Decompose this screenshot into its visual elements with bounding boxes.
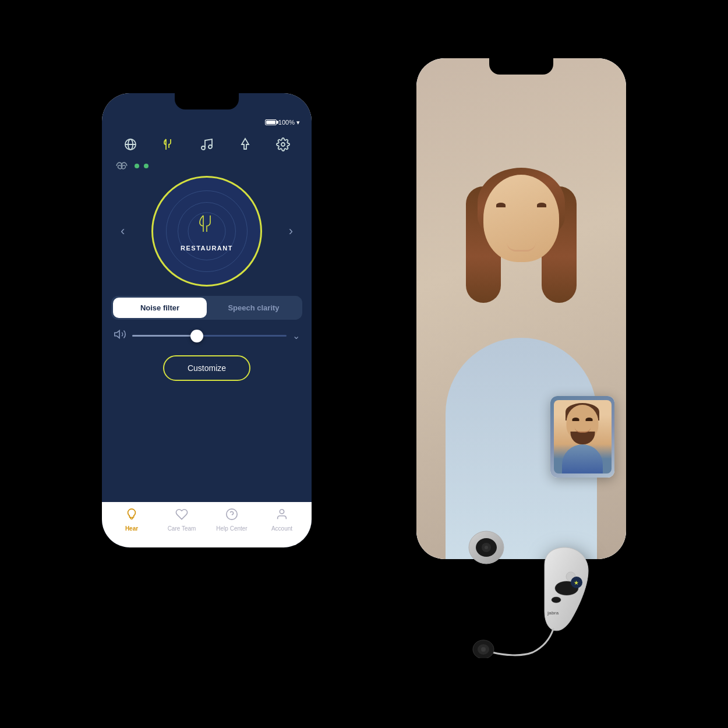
video-main-feed [416, 58, 626, 559]
prev-program-arrow[interactable]: ‹ [116, 219, 129, 243]
program-carousel: ‹ RESTAURANT [111, 176, 302, 287]
program-name-label: RESTAURANT [181, 245, 233, 252]
status-bar: 100% ▾ [102, 114, 312, 128]
hearing-aid-earbud-svg [463, 524, 510, 571]
noise-filter-tab[interactable]: Noise filter [113, 298, 207, 318]
settings-icon[interactable] [273, 134, 294, 155]
right-ha-dot [144, 164, 149, 168]
hear-nav-label: Hear [125, 525, 138, 532]
battery-chevron: ▾ [296, 119, 300, 126]
hearing-aid-pair-icon [114, 161, 130, 171]
hearing-aids-status-row [102, 160, 312, 174]
left-phone-notch [175, 93, 239, 109]
svg-text:★: ★ [574, 579, 579, 586]
svg-point-12 [552, 597, 561, 603]
woman-smile [507, 242, 536, 252]
next-program-arrow[interactable]: › [284, 219, 298, 243]
right-eye [537, 203, 546, 207]
left-phone-screen: 100% ▾ [102, 93, 312, 547]
woman-portrait [422, 151, 620, 559]
program-nav-row [102, 129, 312, 160]
video-thumbnail-card[interactable] [550, 396, 614, 478]
program-circle[interactable]: RESTAURANT [151, 176, 262, 287]
battery-icon [265, 119, 277, 125]
volume-icon [114, 328, 126, 344]
man-portrait [554, 400, 612, 473]
man-right-eye [586, 418, 593, 421]
svg-point-22 [485, 546, 488, 549]
man-body [562, 444, 603, 473]
music-program-icon[interactable] [196, 134, 217, 155]
battery-percentage: 100% [278, 119, 295, 126]
main-content-area: ‹ RESTAURANT [102, 174, 312, 502]
svg-point-3 [202, 146, 205, 150]
nav-hear[interactable]: Hear [107, 508, 157, 532]
man-face [567, 405, 599, 440]
battery-fill [266, 121, 275, 124]
hearing-aid-devices: jabra ★ [463, 542, 614, 658]
right-phone-screen [416, 58, 626, 559]
thumbnail-video-feed [550, 396, 614, 478]
svg-point-18 [481, 647, 486, 652]
volume-expand-chevron[interactable]: ⌄ [292, 330, 300, 341]
outdoor-program-icon[interactable] [235, 134, 256, 155]
right-phone [416, 58, 626, 559]
left-ha-dot [135, 164, 139, 168]
woman-face [483, 175, 559, 262]
nav-help-center[interactable]: Help Center [207, 508, 257, 532]
svg-point-7 [227, 509, 237, 520]
speech-clarity-tab[interactable]: Speech clarity [207, 298, 301, 318]
left-eye [496, 203, 506, 207]
scene-container: 100% ▾ [102, 58, 626, 670]
customize-button[interactable]: Customize [163, 355, 250, 381]
bottom-navigation: Hear Care Team [102, 502, 312, 547]
man-left-eye [572, 418, 579, 421]
svg-marker-6 [115, 331, 119, 338]
nav-care-team[interactable]: Care Team [157, 508, 207, 532]
left-phone: 100% ▾ [102, 93, 312, 547]
svg-point-9 [280, 510, 284, 514]
volume-slider-thumb[interactable] [190, 330, 203, 342]
care-team-nav-label: Care Team [168, 525, 196, 532]
hear-nav-icon [125, 508, 138, 524]
restaurant-program-icon[interactable] [158, 134, 179, 155]
battery-indicator: 100% ▾ [265, 119, 300, 126]
restaurant-program-circle-icon [194, 211, 220, 242]
tab-switcher: Noise filter Speech clarity [111, 296, 302, 320]
account-nav-icon [275, 508, 288, 524]
help-center-nav-label: Help Center [216, 525, 247, 532]
care-team-nav-icon [175, 508, 188, 524]
help-center-nav-icon [225, 508, 238, 524]
right-phone-notch [489, 58, 553, 75]
svg-text:jabra: jabra [547, 610, 559, 616]
earbud-1 [473, 640, 494, 658]
volume-control-row: ⌄ [111, 328, 302, 344]
man-beard [570, 432, 595, 444]
volume-slider-fill [132, 335, 197, 337]
account-nav-label: Account [271, 525, 292, 532]
all-environments-icon[interactable] [120, 134, 141, 155]
svg-point-5 [281, 143, 285, 146]
volume-slider-track[interactable] [132, 335, 287, 337]
svg-point-4 [208, 145, 212, 149]
nav-account[interactable]: Account [257, 508, 307, 532]
